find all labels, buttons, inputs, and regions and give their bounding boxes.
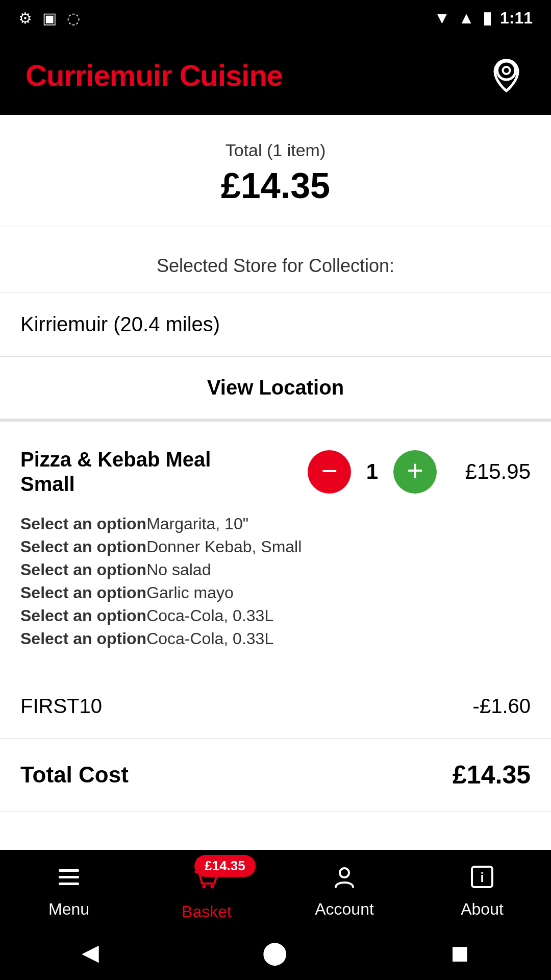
view-location-button[interactable]: View Location xyxy=(207,376,344,399)
settings-icon: ⚙ xyxy=(18,9,32,27)
total-amount: £14.35 xyxy=(20,165,531,206)
promo-row: FIRST10 -£1.60 xyxy=(0,674,551,739)
sd-card-icon: ▣ xyxy=(42,9,57,27)
status-bar: ⚙ ▣ ◌ ▼ ▲ ▮ 1:11 xyxy=(0,0,551,36)
basket-label: Basket xyxy=(182,902,232,921)
item-option-4: Select an optionGarlic mayo xyxy=(20,583,531,602)
item-name: Pizza & Kebab MealSmall xyxy=(20,447,308,496)
decrease-quantity-button[interactable] xyxy=(308,450,351,494)
nav-item-about[interactable]: i About xyxy=(413,864,551,919)
svg-rect-4 xyxy=(59,883,79,885)
basket-badge: £14.35 xyxy=(194,855,256,877)
wifi-icon: ▼ xyxy=(434,9,450,28)
location-icon[interactable] xyxy=(487,55,525,95)
menu-icon xyxy=(56,864,82,894)
total-cost-value: £14.35 xyxy=(453,760,531,790)
view-location-row[interactable]: View Location xyxy=(0,357,551,422)
home-button[interactable]: ⬤ xyxy=(262,939,287,965)
bottom-nav: Menu £14.35 Basket Account i xyxy=(0,850,551,929)
account-icon xyxy=(332,864,357,894)
about-label: About xyxy=(461,900,504,919)
status-icons-left: ⚙ ▣ ◌ xyxy=(18,9,80,27)
account-label: Account xyxy=(315,900,374,919)
items-section: Pizza & Kebab MealSmall 1 £15.95 Select … xyxy=(0,422,551,674)
svg-point-1 xyxy=(503,67,510,74)
store-section: Selected Store for Collection: xyxy=(0,227,551,292)
nav-item-account[interactable]: Account xyxy=(276,864,413,919)
svg-text:i: i xyxy=(480,870,484,885)
item-controls: 1 £15.95 xyxy=(308,450,531,494)
battery-icon: ▮ xyxy=(483,8,492,28)
loading-icon: ◌ xyxy=(67,9,80,27)
status-icons-right: ▼ ▲ ▮ 1:11 xyxy=(434,8,533,28)
time-display: 1:11 xyxy=(500,9,533,28)
total-cost-row: Total Cost £14.35 xyxy=(0,739,551,812)
nav-item-basket[interactable]: £14.35 Basket xyxy=(138,864,276,921)
svg-rect-2 xyxy=(59,869,79,872)
item-option-3: Select an optionNo salad xyxy=(20,560,531,579)
menu-label: Menu xyxy=(48,900,89,919)
brand-red: Cuisine xyxy=(172,59,283,92)
brand-logo: Curriemuir Cuisine xyxy=(26,58,283,92)
svg-point-5 xyxy=(202,885,206,889)
app-header: Curriemuir Cuisine xyxy=(0,36,551,115)
item-quantity: 1 xyxy=(363,459,381,484)
store-label: Selected Store for Collection: xyxy=(20,255,531,277)
item-option-6: Select an optionCoca-Cola, 0.33L xyxy=(20,629,531,648)
about-icon: i xyxy=(469,864,495,894)
store-name: Kirriemuir (20.4 miles) xyxy=(20,313,531,336)
svg-point-0 xyxy=(497,61,516,80)
svg-point-7 xyxy=(340,868,349,877)
item-option-5: Select an optionCoca-Cola, 0.33L xyxy=(20,606,531,625)
item-price: £15.95 xyxy=(459,459,531,484)
item-row: Pizza & Kebab MealSmall 1 £15.95 xyxy=(20,447,531,496)
nav-item-menu[interactable]: Menu xyxy=(0,864,138,919)
store-name-row: Kirriemuir (20.4 miles) xyxy=(0,292,551,357)
item-options: Select an optionMargarita, 10" Select an… xyxy=(20,514,531,648)
back-button[interactable]: ◀ xyxy=(82,939,99,965)
promo-discount: -£1.60 xyxy=(473,695,531,718)
recents-button[interactable]: ◼ xyxy=(450,939,469,965)
total-cost-label: Total Cost xyxy=(20,762,129,788)
signal-icon: ▲ xyxy=(458,9,474,28)
brand-white: Curriemuir xyxy=(26,59,172,92)
item-option-2: Select an optionDonner Kebab, Small xyxy=(20,537,531,556)
increase-quantity-button[interactable] xyxy=(393,450,437,494)
svg-point-6 xyxy=(210,885,214,889)
system-nav: ◀ ⬤ ◼ xyxy=(0,929,551,980)
promo-code: FIRST10 xyxy=(20,695,102,718)
item-option-1: Select an optionMargarita, 10" xyxy=(20,514,531,533)
total-section: Total (1 item) £14.35 xyxy=(0,115,551,227)
svg-rect-3 xyxy=(59,876,79,878)
total-label: Total (1 item) xyxy=(20,140,531,160)
